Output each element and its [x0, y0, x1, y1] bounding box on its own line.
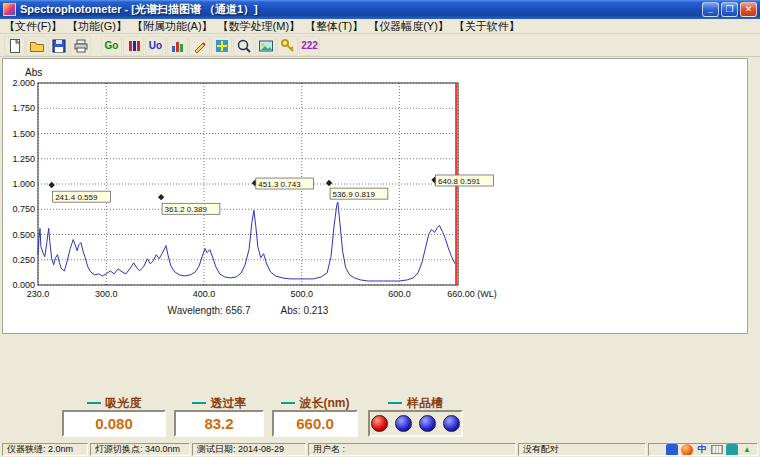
svg-text:1.000: 1.000 — [12, 179, 35, 189]
minimize-button[interactable]: _ — [702, 2, 719, 17]
svg-text:0.750: 0.750 — [12, 204, 35, 214]
cursor-readout: Wavelength: 656.7 Abs: 0.213 — [38, 305, 458, 316]
svg-text:300.0: 300.0 — [95, 289, 118, 299]
menu-math[interactable]: 【数学处理(M)】 — [216, 19, 303, 34]
tray-teal-icon[interactable] — [726, 444, 738, 456]
zoom-button[interactable] — [233, 36, 254, 56]
sample-slot-selector — [368, 410, 463, 437]
image-icon — [258, 38, 274, 54]
pencil-icon — [192, 38, 208, 54]
sample-slot-label: 样品槽 — [368, 396, 463, 410]
svg-text:Abs: Abs — [25, 67, 42, 78]
go-button[interactable]: Go — [101, 36, 122, 56]
status-slit: 仪器狭缝: 2.0nm — [2, 443, 88, 456]
tray-orange-icon[interactable] — [681, 444, 693, 456]
toolbar: Go Uo 222 — [0, 35, 760, 57]
menu-instrument-range[interactable]: 【仪器幅度(Y)】 — [366, 19, 451, 34]
svg-text:1.500: 1.500 — [12, 129, 35, 139]
transmittance-value: 83.2 — [174, 410, 264, 437]
svg-text:0.250: 0.250 — [12, 255, 35, 265]
system-tray: 中 ▲ — [648, 443, 758, 456]
maximize-button[interactable]: ❐ — [721, 2, 738, 17]
image-button[interactable] — [255, 36, 276, 56]
save-icon — [51, 38, 67, 54]
menu-overall[interactable]: 【整体(T)】 — [303, 19, 365, 34]
status-bar: 仪器狭缝: 2.0nm 灯源切换点: 340.0nm 测试日期: 2014-08… — [0, 442, 760, 457]
transmittance-label: 透过率 — [174, 396, 264, 410]
svg-text:500.0: 500.0 — [290, 289, 313, 299]
svg-text:536.9 0.819: 536.9 0.819 — [333, 190, 376, 199]
histogram-button[interactable] — [167, 36, 188, 56]
key-button[interactable] — [277, 36, 298, 56]
svg-text:2.000: 2.000 — [12, 78, 35, 88]
status-pairing: 没有配对 — [518, 443, 646, 456]
transmittance-label-text: 透过率 — [211, 395, 247, 412]
sample-slot-label-text: 样品槽 — [407, 395, 443, 412]
sample-cell-2-button[interactable] — [395, 415, 412, 432]
label-dash-icon — [87, 402, 101, 404]
svg-text:400.0: 400.0 — [193, 289, 216, 299]
status-lamp-switch: 灯源切换点: 340.0nm — [90, 443, 190, 456]
spectrum-plot[interactable]: 241.4 0.559361.2 0.389451.3 0.743536.9 0… — [3, 63, 523, 308]
svg-text:600.0: 600.0 — [388, 289, 411, 299]
sample-cell-1-button[interactable] — [371, 415, 388, 432]
absorbance-label: 吸光度 — [62, 396, 166, 410]
label-dash-icon — [281, 402, 295, 404]
svg-text:361.2 0.389: 361.2 0.389 — [165, 205, 208, 214]
menu-bar: 【文件(F)】 【功能(G)】 【附属功能(A)】 【数学处理(M)】 【整体(… — [0, 19, 760, 34]
status-test-date: 测试日期: 2014-08-29 — [192, 443, 306, 456]
uo-button[interactable]: Uo — [145, 36, 166, 56]
tray-app-icon[interactable] — [666, 444, 678, 456]
status-username: 用户名 : — [308, 443, 516, 456]
close-button[interactable]: ✕ — [740, 2, 757, 17]
histogram-icon — [170, 38, 186, 54]
svg-text:640.8 0.591: 640.8 0.591 — [438, 177, 481, 186]
open-folder-icon — [29, 38, 45, 54]
cursor-abs-text: Abs: 0.213 — [281, 305, 329, 316]
channel-bars-icon — [126, 38, 142, 54]
sample-cell-3-button[interactable] — [419, 415, 436, 432]
titlebar: Spectrophotometer - [光谱扫描图谱 （通道1）] _ ❐ ✕ — [0, 0, 760, 19]
menu-file[interactable]: 【文件(F)】 — [2, 19, 64, 34]
print-button[interactable] — [70, 36, 91, 56]
channels-button[interactable] — [123, 36, 144, 56]
new-file-button[interactable] — [4, 36, 25, 56]
svg-text:451.3 0.743: 451.3 0.743 — [258, 180, 301, 189]
new-file-icon — [7, 38, 23, 54]
grid-cross-icon — [214, 38, 230, 54]
printer-icon — [73, 38, 89, 54]
svg-text:241.4 0.559: 241.4 0.559 — [55, 193, 98, 202]
cursor-wavelength-text: Wavelength: 656.7 — [168, 305, 251, 316]
menu-about[interactable]: 【关于软件】 — [452, 19, 522, 34]
svg-text:1.250: 1.250 — [12, 154, 35, 164]
keyboard-icon[interactable] — [711, 445, 723, 454]
chart-panel: 241.4 0.559361.2 0.389451.3 0.743536.9 0… — [2, 58, 748, 334]
wavelength-label-text: 波长(nm) — [300, 395, 350, 412]
label-dash-icon — [388, 402, 402, 404]
sample-cell-4-button[interactable] — [443, 415, 460, 432]
wavelength-label: 波长(nm) — [272, 396, 358, 410]
edit-button[interactable] — [189, 36, 210, 56]
key-icon — [280, 38, 296, 54]
menu-accessory[interactable]: 【附属功能(A)】 — [130, 19, 215, 34]
show-desktop-icon[interactable]: ▲ — [741, 444, 753, 456]
svg-text:0.500: 0.500 — [12, 230, 35, 240]
absorbance-value: 0.080 — [62, 410, 166, 437]
menu-function[interactable]: 【功能(G)】 — [65, 19, 129, 34]
save-button[interactable] — [48, 36, 69, 56]
window-title: Spectrophotometer - [光谱扫描图谱 （通道1）] — [20, 2, 702, 17]
counter-button[interactable]: 222 — [299, 36, 320, 56]
magnifier-icon — [236, 38, 252, 54]
ime-chinese-icon[interactable]: 中 — [696, 444, 708, 456]
wavelength-value: 660.0 — [272, 410, 358, 437]
app-icon — [3, 3, 16, 16]
svg-text:1.750: 1.750 — [12, 103, 35, 113]
label-dash-icon — [192, 402, 206, 404]
svg-text:230.0: 230.0 — [27, 289, 50, 299]
grid-button[interactable] — [211, 36, 232, 56]
open-button[interactable] — [26, 36, 47, 56]
absorbance-label-text: 吸光度 — [106, 395, 142, 412]
svg-text:660.00 (WL): 660.00 (WL) — [447, 289, 497, 299]
